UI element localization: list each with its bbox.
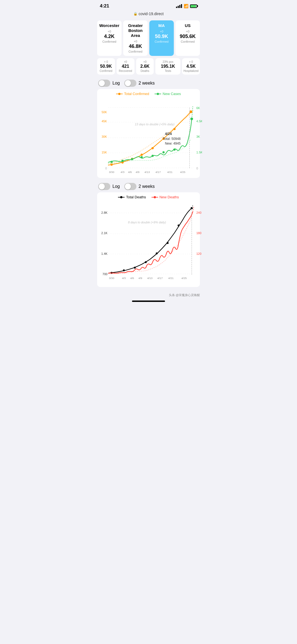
svg-text:4/24: 4/24 bbox=[165, 132, 172, 136]
2weeks-label-1: 2 weeks bbox=[139, 81, 155, 86]
svg-text:1.5K: 1.5K bbox=[196, 151, 202, 154]
svg-point-67 bbox=[145, 261, 147, 263]
svg-text:13 days to double (+5% daily): 13 days to double (+5% daily) bbox=[135, 123, 174, 126]
legend-line-new-icon bbox=[155, 92, 161, 96]
legend-total-deaths: Total Deaths bbox=[118, 195, 146, 199]
legend-new-label: New Cases bbox=[163, 92, 181, 96]
legend-line-new-deaths-icon bbox=[152, 196, 158, 199]
stat-label-recovered: Recovered bbox=[118, 69, 133, 72]
toggle-row-2: Log 2 weeks bbox=[97, 181, 200, 192]
svg-text:50K: 50K bbox=[101, 110, 107, 114]
stat-hospitalized: + 0 4.5K Hospitalized bbox=[182, 58, 200, 75]
region-name-ma: MA bbox=[151, 23, 172, 28]
svg-text:4/25: 4/25 bbox=[182, 277, 187, 280]
region-delta-worcester: +0 bbox=[99, 30, 120, 33]
svg-text:45K: 45K bbox=[101, 120, 107, 123]
svg-text:700: 700 bbox=[103, 273, 108, 276]
svg-point-32 bbox=[152, 147, 154, 149]
svg-point-42 bbox=[173, 148, 175, 151]
stat-confirmed: + 0 50.9K Confirmed bbox=[97, 58, 115, 75]
stat-value-confirmed: 50.9K bbox=[98, 64, 114, 69]
svg-text:3/30: 3/30 bbox=[109, 277, 114, 280]
legend-new-deaths: New Deaths bbox=[152, 195, 179, 199]
stat-label-tests: Tests bbox=[156, 69, 179, 72]
svg-text:4/3: 4/3 bbox=[121, 171, 125, 174]
toggle-2weeks-1[interactable]: 2 weeks bbox=[124, 80, 155, 87]
toggle-log-1[interactable]: Log bbox=[98, 80, 120, 87]
region-label-worcester: Confirmed bbox=[99, 40, 120, 43]
svg-point-39 bbox=[141, 156, 143, 158]
stat-value-hospitalized: 4.5K bbox=[183, 64, 199, 69]
legend-line-total-icon bbox=[116, 92, 123, 96]
svg-text:4/25: 4/25 bbox=[180, 171, 186, 174]
region-tab-boston[interactable]: Greater Boston Area +0 46.8K Confirmed bbox=[123, 20, 148, 56]
watermark: 头条 @宋魔身心灵唤醒 bbox=[95, 292, 202, 298]
svg-text:4/17: 4/17 bbox=[157, 277, 163, 280]
stat-label-confirmed: Confirmed bbox=[98, 69, 114, 72]
region-tab-us[interactable]: US +0 905.6K Confirmed bbox=[175, 20, 200, 56]
svg-text:15K: 15K bbox=[101, 151, 107, 154]
svg-text:4/9: 4/9 bbox=[136, 171, 139, 174]
stat-tests: 23% pos 195.1K Tests bbox=[155, 58, 180, 75]
toggle-2weeks-2[interactable]: 2 weeks bbox=[124, 183, 155, 190]
svg-point-66 bbox=[134, 267, 136, 269]
svg-text:6K: 6K bbox=[196, 106, 200, 110]
svg-point-36 bbox=[111, 161, 113, 163]
toggle-log-2[interactable]: Log bbox=[98, 183, 120, 190]
2weeks-label-2: 2 weeks bbox=[139, 184, 155, 189]
svg-text:New: 4945: New: 4945 bbox=[165, 142, 181, 145]
svg-point-70 bbox=[178, 224, 180, 226]
svg-text:1.4K: 1.4K bbox=[101, 252, 108, 255]
svg-point-65 bbox=[123, 270, 125, 272]
region-tab-worcester[interactable]: Worcester +0 4.2K Confirmed bbox=[97, 20, 122, 56]
stat-delta-confirmed: + 0 bbox=[98, 60, 114, 63]
stat-value-deaths: 2.6K bbox=[137, 64, 153, 69]
log-toggle-switch-2[interactable] bbox=[98, 183, 110, 190]
svg-text:4/6: 4/6 bbox=[128, 171, 132, 174]
home-indicator bbox=[95, 298, 202, 304]
svg-text:4/21: 4/21 bbox=[168, 277, 174, 280]
svg-point-35 bbox=[189, 110, 192, 113]
svg-point-3 bbox=[157, 93, 159, 95]
region-tab-ma[interactable]: MA +0 50.9K Confirmed bbox=[149, 20, 174, 56]
confirmed-chart-svg: 0 15K 30K 45K 50K 0 1.5K 3K 4.5K 6K 3/30 bbox=[99, 98, 198, 175]
svg-text:4/21: 4/21 bbox=[167, 171, 173, 174]
svg-point-34 bbox=[173, 128, 175, 130]
region-value-boston: 46.8K bbox=[125, 44, 146, 49]
stat-deaths: +0 2.6K Deaths bbox=[136, 58, 154, 75]
status-bar: 4:21 📶 bbox=[95, 0, 202, 10]
deaths-chart-svg: 700 1.4K 2.1K 2.8K 120 180 240 8 days to… bbox=[99, 201, 198, 283]
url-text: covid-19.direct bbox=[139, 12, 164, 16]
log-toggle-switch-1[interactable] bbox=[98, 80, 110, 87]
svg-point-31 bbox=[141, 154, 143, 156]
stat-delta-tests: 23% pos bbox=[156, 60, 179, 63]
signal-icon bbox=[176, 4, 182, 8]
stat-recovered: +0 421 Recovered bbox=[117, 58, 134, 75]
svg-text:120: 120 bbox=[196, 252, 201, 255]
stat-value-recovered: 421 bbox=[118, 64, 133, 69]
svg-point-43 bbox=[190, 118, 193, 120]
stats-row: + 0 50.9K Confirmed +0 421 Recovered +0 … bbox=[97, 58, 200, 75]
svg-text:0: 0 bbox=[196, 167, 198, 170]
legend-total-confirmed: Total Confirmed bbox=[116, 92, 149, 96]
svg-text:4/17: 4/17 bbox=[155, 171, 161, 174]
lock-icon: 🔒 bbox=[133, 12, 138, 16]
region-value-ma: 50.9K bbox=[151, 34, 172, 39]
log-label-2: Log bbox=[112, 184, 120, 189]
region-label-us: Confirmed bbox=[177, 40, 198, 43]
region-delta-ma: +0 bbox=[151, 30, 172, 33]
legend-line-total-deaths-icon bbox=[118, 196, 125, 199]
stat-delta-recovered: +0 bbox=[118, 60, 133, 63]
svg-text:180: 180 bbox=[196, 232, 201, 235]
2weeks-toggle-switch-2[interactable] bbox=[124, 183, 136, 190]
legend-new-cases: New Cases bbox=[155, 92, 181, 96]
2weeks-toggle-switch-1[interactable] bbox=[124, 80, 136, 87]
svg-text:2.1K: 2.1K bbox=[101, 232, 108, 235]
svg-point-41 bbox=[163, 151, 165, 153]
legend-total-label: Total Confirmed bbox=[124, 92, 149, 96]
svg-point-49 bbox=[120, 196, 122, 198]
url-bar[interactable]: 🔒 covid-19.direct bbox=[95, 10, 202, 18]
stat-value-tests: 195.1K bbox=[156, 64, 179, 69]
region-name-us: US bbox=[177, 23, 198, 28]
svg-point-1 bbox=[118, 93, 120, 95]
